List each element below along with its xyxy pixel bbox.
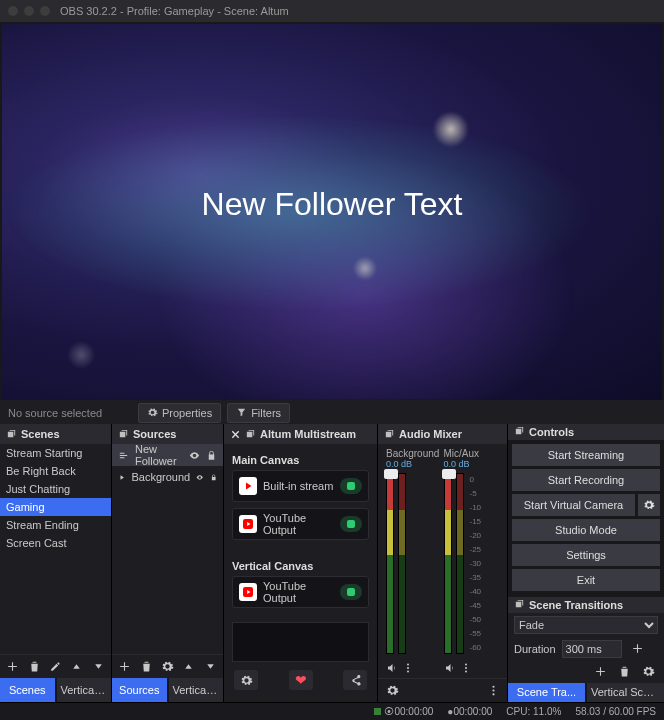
ms-settings-button[interactable] bbox=[234, 670, 258, 690]
ms-share-button[interactable] bbox=[343, 670, 367, 690]
scene-up-button[interactable] bbox=[68, 658, 85, 676]
ms-donate-button[interactable]: ❤ bbox=[289, 670, 313, 690]
source-item[interactable]: Background bbox=[112, 466, 223, 488]
tab-vertical-scene-transitions[interactable]: Vertical Scene Tra... bbox=[587, 683, 664, 702]
status-bar: ⦿ 00:00:00 ● 00:00:00 CPU: 11.0% 58.03 /… bbox=[0, 702, 664, 720]
stream-output-row[interactable]: Built-in stream bbox=[232, 470, 369, 502]
popout-icon[interactable] bbox=[6, 429, 17, 440]
scene-filters-button[interactable] bbox=[47, 658, 64, 676]
record-indicator: ● 00:00:00 bbox=[447, 706, 492, 717]
filters-button[interactable]: Filters bbox=[227, 403, 290, 423]
scenes-dock: Scenes Stream StartingBe Right BackJust … bbox=[0, 424, 112, 702]
add-source-button[interactable] bbox=[116, 658, 133, 676]
mixer-menu-button[interactable] bbox=[483, 682, 503, 700]
popout-icon[interactable] bbox=[245, 429, 256, 440]
live-indicator[interactable] bbox=[340, 584, 362, 600]
vu-meter bbox=[386, 473, 394, 654]
sources-title: Sources bbox=[133, 428, 176, 440]
scene-transitions-title: Scene Transitions bbox=[529, 599, 623, 611]
add-scene-button[interactable] bbox=[4, 658, 21, 676]
transition-delete-button[interactable] bbox=[614, 663, 634, 681]
source-item[interactable]: New Follower bbox=[112, 444, 223, 466]
fader-knob[interactable] bbox=[442, 469, 456, 479]
vu-meter bbox=[444, 473, 452, 654]
mixer-settings-button[interactable] bbox=[382, 682, 402, 700]
scene-item[interactable]: Gaming bbox=[0, 498, 111, 516]
source-selection-label: No source selected bbox=[8, 407, 138, 419]
start-recording-button[interactable]: Start Recording bbox=[512, 469, 660, 491]
track-menu-icon[interactable] bbox=[460, 662, 472, 674]
scene-item[interactable]: Just Chatting bbox=[0, 480, 111, 498]
sources-list[interactable]: New FollowerBackground bbox=[112, 444, 223, 654]
tab-vertical-scenes[interactable]: Vertical Scen... bbox=[57, 678, 112, 702]
scene-item[interactable]: Stream Starting bbox=[0, 444, 111, 462]
audio-mixer-title: Audio Mixer bbox=[399, 428, 462, 440]
controls-title: Controls bbox=[529, 426, 574, 438]
window-controls[interactable] bbox=[8, 6, 50, 16]
fps-counter: 58.03 / 60.00 FPS bbox=[575, 706, 656, 717]
lock-icon[interactable] bbox=[206, 450, 217, 461]
stream-output-row[interactable]: YouTube Output bbox=[232, 576, 369, 608]
fader-knob[interactable] bbox=[384, 469, 398, 479]
youtube-icon bbox=[239, 515, 257, 533]
scene-item[interactable]: Screen Cast bbox=[0, 534, 111, 552]
eye-icon[interactable] bbox=[189, 450, 200, 461]
sources-footer bbox=[112, 654, 223, 678]
scene-item[interactable]: Stream Ending bbox=[0, 516, 111, 534]
mixer-track: Background0.0 dB bbox=[386, 448, 442, 678]
tab-scene-transitions[interactable]: Scene Tra... bbox=[508, 683, 585, 702]
delete-source-button[interactable] bbox=[137, 658, 154, 676]
scenes-list[interactable]: Stream StartingBe Right BackJust Chattin… bbox=[0, 444, 111, 654]
start-streaming-button[interactable]: Start Streaming bbox=[512, 444, 660, 466]
controls-body: Start StreamingStart RecordingStart Virt… bbox=[508, 440, 664, 595]
stream-indicator: ⦿ 00:00:00 bbox=[374, 706, 433, 717]
titlebar: OBS 30.2.2 - Profile: Gameplay - Scene: … bbox=[0, 0, 664, 22]
scene-item[interactable]: Be Right Back bbox=[0, 462, 111, 480]
tab-vertical-sources[interactable]: Vertical Sour... bbox=[169, 678, 224, 702]
transition-add-button[interactable] bbox=[590, 663, 610, 681]
tab-scenes[interactable]: Scenes bbox=[0, 678, 55, 702]
popout-icon[interactable] bbox=[118, 429, 129, 440]
start-virtual-camera-button[interactable]: Start Virtual Camera bbox=[512, 494, 635, 516]
properties-button[interactable]: Properties bbox=[138, 403, 221, 423]
scene-down-button[interactable] bbox=[90, 658, 107, 676]
transition-settings-button[interactable] bbox=[638, 663, 658, 681]
source-down-button[interactable] bbox=[202, 658, 219, 676]
tab-sources[interactable]: Sources bbox=[112, 678, 167, 702]
preview-canvas[interactable]: New Follower Text bbox=[2, 24, 662, 400]
popout-icon[interactable] bbox=[514, 599, 525, 610]
transition-select[interactable]: Fade bbox=[514, 616, 658, 634]
add-transition-button[interactable] bbox=[628, 640, 648, 658]
settings-button[interactable]: Settings bbox=[512, 544, 660, 566]
speaker-icon[interactable] bbox=[386, 662, 398, 674]
stream-output-row[interactable]: YouTube Output bbox=[232, 508, 369, 540]
scenes-footer bbox=[0, 654, 111, 678]
studio-mode-button[interactable]: Studio Mode bbox=[512, 519, 660, 541]
source-settings-button[interactable] bbox=[159, 658, 176, 676]
close-icon[interactable] bbox=[230, 429, 241, 440]
mixer-footer bbox=[378, 678, 507, 702]
vertical-canvas-label: Vertical Canvas bbox=[232, 554, 369, 576]
duration-input[interactable] bbox=[562, 640, 622, 658]
cpu-usage: CPU: 11.0% bbox=[506, 706, 561, 717]
multistream-dock: Altum Multistream Main Canvas Built-in s… bbox=[224, 424, 378, 702]
overlay-text: New Follower Text bbox=[2, 186, 662, 223]
window-title: OBS 30.2.2 - Profile: Gameplay - Scene: … bbox=[60, 5, 289, 17]
popout-icon[interactable] bbox=[384, 429, 395, 440]
group-icon bbox=[118, 450, 129, 461]
main-canvas-label: Main Canvas bbox=[232, 448, 369, 470]
live-indicator[interactable] bbox=[340, 516, 362, 532]
speaker-icon[interactable] bbox=[444, 662, 456, 674]
track-menu-icon[interactable] bbox=[402, 662, 414, 674]
mixer-track: Mic/Aux0.0 dB 0-5-10-15-20-25-30-35-40-4… bbox=[444, 448, 500, 678]
popout-icon[interactable] bbox=[514, 426, 525, 437]
sources-dock: Sources New FollowerBackground Sources V… bbox=[112, 424, 224, 702]
live-indicator[interactable] bbox=[340, 478, 362, 494]
scenes-title: Scenes bbox=[21, 428, 60, 440]
eye-icon[interactable] bbox=[196, 472, 203, 483]
delete-scene-button[interactable] bbox=[25, 658, 42, 676]
virtual-camera-settings-button[interactable] bbox=[638, 494, 660, 516]
exit-button[interactable]: Exit bbox=[512, 569, 660, 591]
lock-icon[interactable] bbox=[210, 472, 217, 483]
source-up-button[interactable] bbox=[180, 658, 197, 676]
